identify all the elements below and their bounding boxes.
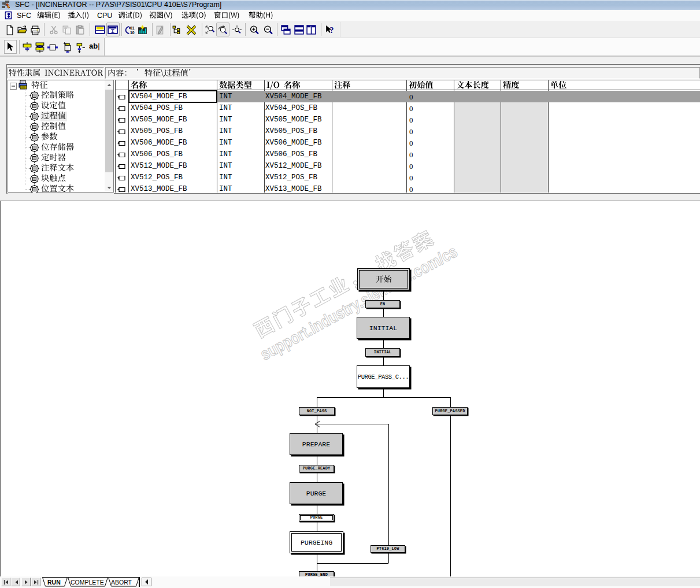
svg-text:10: 10 — [130, 31, 135, 35]
svg-text:?: ? — [330, 26, 334, 35]
svg-text:01: 01 — [130, 26, 135, 30]
